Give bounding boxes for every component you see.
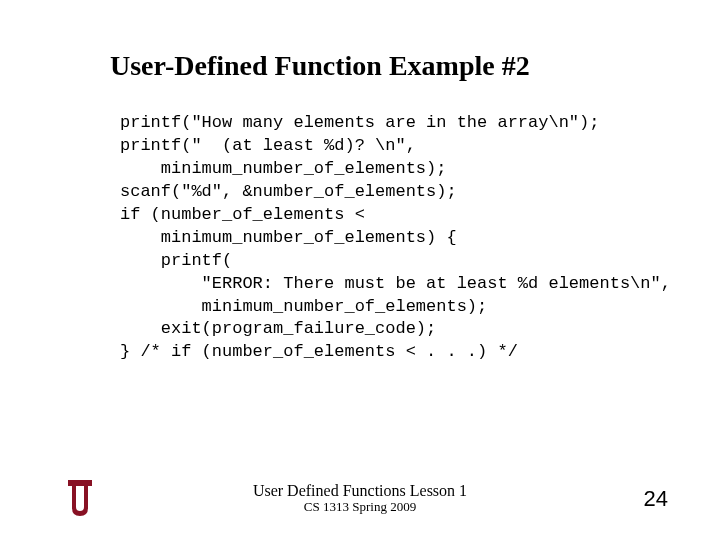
page-number: 24 — [644, 486, 668, 512]
footer-course: CS 1313 Spring 2009 — [253, 500, 467, 515]
footer-text: User Defined Functions Lesson 1 CS 1313 … — [253, 482, 467, 515]
slide-footer: User Defined Functions Lesson 1 CS 1313 … — [0, 482, 720, 515]
code-block: printf("How many elements are in the arr… — [120, 112, 670, 364]
slide: User-Defined Function Example #2 printf(… — [0, 0, 720, 540]
footer-lesson: User Defined Functions Lesson 1 — [253, 482, 467, 500]
slide-title: User-Defined Function Example #2 — [110, 50, 670, 82]
